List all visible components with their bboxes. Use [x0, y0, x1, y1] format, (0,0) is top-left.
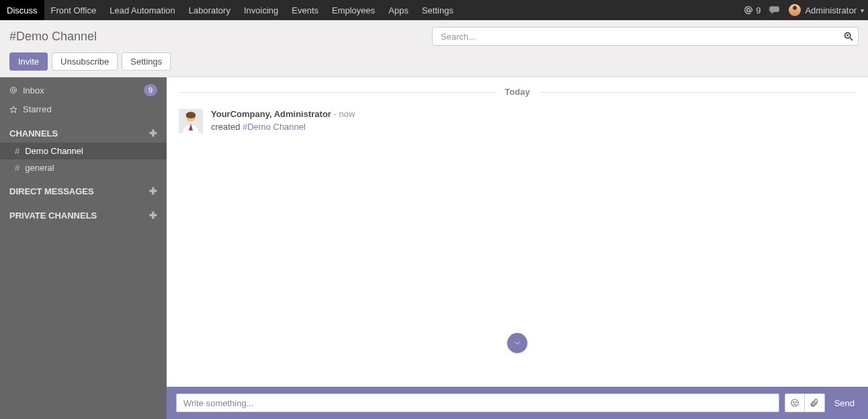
attach-button[interactable]	[805, 393, 825, 412]
channel-demo-channel[interactable]: # Demo Channel	[0, 143, 167, 159]
mentions-counter[interactable]: 9	[744, 5, 761, 15]
message-author: YourCompany, Administrator	[211, 109, 331, 119]
search-box[interactable]	[432, 27, 859, 46]
nav-settings[interactable]: Settings	[415, 0, 460, 20]
search-input[interactable]	[439, 31, 843, 42]
unsubscribe-button[interactable]: Unsubscribe	[52, 52, 118, 71]
message-avatar	[179, 109, 203, 133]
sidebar: Inbox 9 Starred CHANNELS ✚ # Demo Channe…	[0, 77, 167, 419]
invite-button[interactable]: Invite	[9, 52, 48, 71]
channel-label: Demo Channel	[25, 146, 83, 156]
sidebar-inbox[interactable]: Inbox 9	[0, 80, 167, 100]
svg-point-5	[12, 89, 15, 91]
nav-employees[interactable]: Employees	[325, 0, 382, 20]
nav-lead-automation[interactable]: Lead Automation	[103, 0, 182, 20]
conversations-icon[interactable]	[769, 5, 781, 15]
section-direct-messages: DIRECT MESSAGES ✚	[0, 176, 167, 200]
sidebar-inbox-label: Inbox	[23, 85, 44, 96]
plus-icon: ✚	[149, 210, 157, 221]
hash-icon: #	[15, 146, 19, 156]
message-channel-link[interactable]: #Demo Channel	[243, 122, 306, 132]
top-nav: Discuss Front Office Lead Automation Lab…	[0, 0, 868, 20]
date-separator-label: Today	[495, 87, 539, 97]
add-dm-button[interactable]: ✚	[149, 186, 157, 196]
add-channel-button[interactable]: ✚	[149, 128, 157, 139]
settings-button[interactable]: Settings	[122, 52, 171, 71]
nav-apps[interactable]: Apps	[382, 0, 415, 20]
at-icon	[744, 5, 753, 15]
main-thread: Today YourCompany, Administrator - now	[167, 77, 868, 419]
sidebar-starred-label: Starred	[23, 104, 52, 114]
send-button[interactable]: Send	[830, 398, 859, 408]
scroll-to-bottom-button[interactable]	[507, 333, 527, 353]
nav-events[interactable]: Events	[285, 0, 325, 20]
composer: Send	[167, 387, 868, 419]
section-channels: CHANNELS ✚	[0, 118, 167, 143]
user-name: Administrator	[805, 5, 857, 15]
message-action: created	[211, 122, 243, 132]
message: YourCompany, Administrator - now created…	[179, 109, 856, 133]
at-icon	[9, 86, 17, 94]
svg-point-9	[791, 399, 798, 407]
nav-discuss[interactable]: Discuss	[0, 0, 44, 20]
channel-label: general	[25, 163, 54, 173]
nav-invoicing[interactable]: Invoicing	[237, 0, 285, 20]
chevron-down-icon: ▾	[861, 7, 864, 14]
mentions-count: 9	[756, 5, 761, 15]
subheader: #Demo Channel Invite Unsubscribe Setting…	[0, 20, 868, 77]
plus-icon: ✚	[149, 186, 157, 196]
user-menu[interactable]: Administrator ▾	[789, 4, 864, 16]
svg-point-10	[793, 402, 793, 402]
paperclip-icon	[810, 398, 819, 408]
chevron-down-icon	[513, 338, 522, 348]
svg-point-11	[795, 402, 796, 402]
plus-icon: ✚	[149, 128, 157, 139]
svg-point-0	[747, 9, 750, 12]
smiley-icon	[790, 398, 799, 408]
svg-marker-6	[10, 106, 17, 113]
message-time: now	[339, 109, 355, 119]
avatar-icon	[789, 4, 801, 16]
emoji-button[interactable]	[785, 393, 805, 412]
star-icon	[9, 106, 17, 114]
nav-front-office[interactable]: Front Office	[44, 0, 103, 20]
composer-input[interactable]	[176, 393, 779, 412]
sidebar-starred[interactable]: Starred	[0, 100, 167, 118]
section-channels-label: CHANNELS	[9, 128, 58, 139]
channel-general[interactable]: # general	[0, 159, 167, 176]
section-private-channels: PRIVATE CHANNELS ✚	[0, 200, 167, 225]
inbox-count-badge: 9	[144, 84, 157, 96]
message-sep: -	[331, 109, 339, 119]
nav-laboratory[interactable]: Laboratory	[182, 0, 237, 20]
search-icon[interactable]	[843, 31, 854, 42]
top-nav-left: Discuss Front Office Lead Automation Lab…	[0, 0, 460, 20]
section-private-label: PRIVATE CHANNELS	[9, 211, 97, 221]
top-nav-right: 9 Administrator ▾	[744, 0, 868, 20]
svg-line-2	[850, 38, 853, 40]
section-direct-label: DIRECT MESSAGES	[9, 186, 94, 196]
add-private-channel-button[interactable]: ✚	[149, 210, 157, 221]
hash-icon: #	[15, 163, 19, 173]
page-title: #Demo Channel	[9, 30, 97, 44]
date-separator: Today	[179, 87, 856, 97]
